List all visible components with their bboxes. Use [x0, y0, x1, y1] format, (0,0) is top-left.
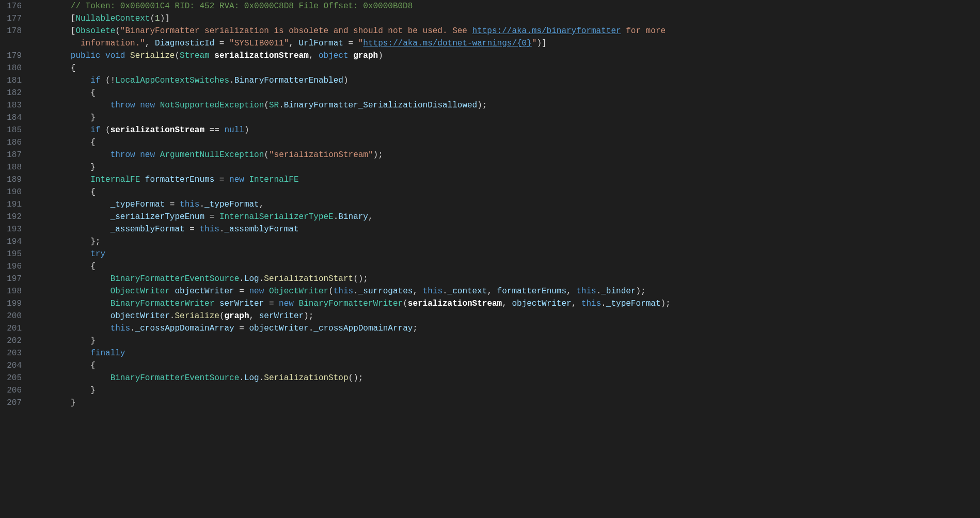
token	[31, 287, 110, 296]
line-number: 178	[4, 25, 22, 37]
code-line[interactable]: {	[31, 186, 980, 198]
token: for more	[621, 26, 671, 36]
token: ,	[487, 287, 497, 296]
code-line[interactable]: if (serializationStream == null)	[31, 124, 980, 136]
code-line[interactable]: ObjectWriter objectWriter = new ObjectWr…	[31, 285, 980, 297]
token: SerializationStop	[264, 373, 348, 383]
token	[31, 200, 110, 209]
code-line[interactable]: }	[31, 161, 980, 174]
token: }	[31, 336, 96, 346]
code-line[interactable]: {	[31, 62, 980, 74]
code-line[interactable]: throw new ArgumentNullException("seriali…	[31, 149, 980, 161]
token: void	[105, 51, 125, 60]
token: new	[279, 299, 294, 308]
line-number: 191	[4, 198, 22, 211]
token: finally	[90, 349, 125, 358]
token: ==	[204, 125, 224, 135]
token: new	[249, 287, 264, 296]
line-number: 187	[4, 149, 22, 161]
token: BinaryFormatterEnabled	[234, 76, 343, 85]
token: (	[150, 14, 155, 23]
code-line[interactable]: }	[31, 335, 980, 347]
line-number: 204	[4, 359, 22, 372]
token: (	[328, 287, 334, 296]
token: {	[31, 187, 96, 197]
code-editor[interactable]: 1761771781791801811821831841851861871881…	[0, 0, 980, 518]
line-number: 192	[4, 211, 22, 223]
token: }	[31, 163, 96, 172]
token: ,	[368, 212, 373, 222]
line-number: 197	[4, 273, 22, 285]
token	[155, 150, 160, 160]
token: information."	[81, 39, 145, 48]
token: ,	[502, 299, 512, 308]
line-number: 201	[4, 322, 22, 335]
code-line[interactable]: _assemblyFormat = this._assemblyFormat	[31, 223, 980, 236]
line-number: 184	[4, 112, 22, 124]
token: new	[140, 150, 155, 160]
code-line[interactable]: if (!LocalAppContextSwitches.BinaryForma…	[31, 74, 980, 87]
token: _assemblyFormat	[110, 225, 185, 234]
token: (	[175, 51, 180, 60]
code-line[interactable]: public void Serialize(Stream serializati…	[31, 50, 980, 62]
code-line[interactable]: BinaryFormatterEventSource.Log.Serializa…	[31, 372, 980, 384]
code-line[interactable]: information.", DiagnosticId = "SYSLIB001…	[31, 37, 980, 50]
code-line[interactable]: _serializerTypeEnum = InternalSerializer…	[31, 211, 980, 223]
token: }	[31, 398, 75, 407]
token: ,	[249, 311, 259, 321]
token: throw	[110, 150, 135, 160]
token: LocalAppContextSwitches	[115, 76, 229, 85]
token	[31, 249, 90, 259]
code-line[interactable]: };	[31, 236, 980, 248]
token: "serializationStream"	[269, 150, 373, 160]
code-line[interactable]: {	[31, 136, 980, 149]
token	[264, 287, 269, 296]
token: "BinaryFormatter serialization is obsole…	[120, 26, 472, 36]
code-line[interactable]: try	[31, 248, 980, 260]
line-number: 200	[4, 310, 22, 322]
code-line[interactable]: {	[31, 359, 980, 372]
code-line[interactable]: [NullableContext(1)]	[31, 12, 980, 25]
code-line[interactable]: BinaryFormatterEventSource.Log.Serializa…	[31, 273, 980, 285]
token	[349, 51, 354, 60]
code-area[interactable]: // Token: 0x060001C4 RID: 452 RVA: 0x000…	[31, 0, 980, 518]
code-line[interactable]: [Obsolete("BinaryFormatter serialization…	[31, 25, 980, 37]
code-line[interactable]: InternalFE formatterEnums = new Internal…	[31, 174, 980, 186]
token: public	[71, 51, 101, 60]
code-line[interactable]: BinaryFormatterWriter serWriter = new Bi…	[31, 297, 980, 310]
token: =	[185, 225, 200, 234]
code-line[interactable]: objectWriter.Serialize(graph, serWriter)…	[31, 310, 980, 322]
line-number: 183	[4, 99, 22, 112]
token: .	[334, 212, 339, 222]
token: Serialize	[130, 51, 175, 60]
code-line[interactable]: throw new NotSupportedException(SR.Binar…	[31, 99, 980, 112]
token: this	[334, 287, 353, 296]
token: if	[90, 125, 100, 135]
token: SR	[269, 101, 279, 110]
code-line[interactable]: {	[31, 260, 980, 273]
token: objectWriter	[249, 324, 308, 333]
code-line[interactable]: }	[31, 112, 980, 124]
token: try	[90, 249, 105, 259]
line-number: 181	[4, 74, 22, 87]
token: UrlFormat	[299, 39, 343, 48]
token: this	[180, 200, 199, 209]
token: ,	[413, 287, 422, 296]
code-line[interactable]: }	[31, 397, 980, 409]
token: =	[214, 175, 229, 184]
code-line[interactable]: this._crossAppDomainArray = objectWriter…	[31, 322, 980, 335]
code-line[interactable]: // Token: 0x060001C4 RID: 452 RVA: 0x000…	[31, 0, 980, 12]
line-number: 202	[4, 335, 22, 347]
code-line[interactable]: finally	[31, 347, 980, 359]
token: object	[319, 51, 349, 60]
token	[31, 150, 110, 160]
code-line[interactable]: }	[31, 384, 980, 397]
token	[31, 51, 71, 60]
line-number: 194	[4, 236, 22, 248]
code-line[interactable]: _typeFormat = this._typeFormat,	[31, 198, 980, 211]
token: .	[442, 287, 448, 296]
token	[31, 76, 90, 85]
token: objectWriter	[512, 299, 571, 308]
code-line[interactable]: {	[31, 87, 980, 99]
line-number: 182	[4, 87, 22, 99]
